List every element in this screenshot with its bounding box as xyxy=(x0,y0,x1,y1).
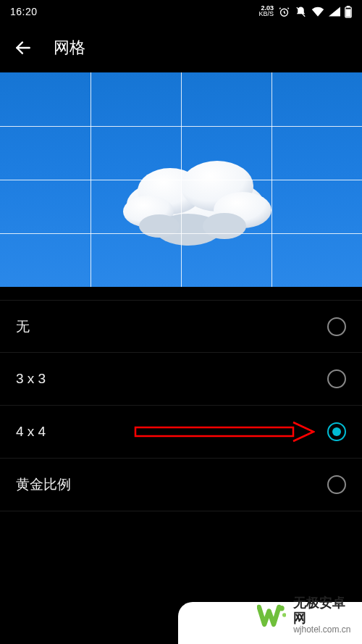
grid-overlay xyxy=(0,72,362,287)
signal-icon xyxy=(329,7,340,17)
option-3x3[interactable]: 3 x 3 xyxy=(0,353,362,406)
option-label: 无 xyxy=(16,317,30,336)
page-title: 网格 xyxy=(54,37,85,59)
radio-icon xyxy=(327,317,346,336)
battery-icon xyxy=(345,6,352,18)
alarm-icon xyxy=(278,6,290,18)
app-header: 网格 xyxy=(0,23,362,72)
option-label: 黄金比例 xyxy=(16,475,71,494)
back-button[interactable] xyxy=(13,38,33,58)
status-icons: 2.03 KB/S xyxy=(258,6,352,18)
grid-preview xyxy=(0,72,362,287)
status-bar: 16:20 2.03 KB/S xyxy=(0,0,362,23)
status-time: 16:20 xyxy=(10,6,38,17)
option-label: 3 x 3 xyxy=(16,371,46,387)
network-speed: 2.03 KB/S xyxy=(258,6,274,17)
svg-rect-2 xyxy=(347,6,349,7)
svg-point-13 xyxy=(282,614,287,618)
annotation-arrow-icon xyxy=(134,421,315,443)
watermark-url: wjhotel.com.cn xyxy=(293,625,353,635)
option-none[interactable]: 无 xyxy=(0,300,362,353)
option-golden-ratio[interactable]: 黄金比例 xyxy=(0,459,362,511)
radio-icon xyxy=(327,369,346,388)
svg-rect-3 xyxy=(346,9,350,17)
radio-icon xyxy=(327,422,346,441)
svg-point-12 xyxy=(279,606,284,611)
radio-icon xyxy=(327,475,346,494)
option-label: 4 x 4 xyxy=(16,424,46,440)
grid-options-list: 无 3 x 3 4 x 4 黄金比例 xyxy=(0,300,362,511)
watermark-title: 无极安卓网 xyxy=(293,595,353,625)
dnd-icon xyxy=(295,6,307,18)
watermark-logo-icon xyxy=(257,601,287,630)
arrow-left-icon xyxy=(14,38,33,57)
option-4x4[interactable]: 4 x 4 xyxy=(0,406,362,459)
wifi-icon xyxy=(311,7,324,17)
